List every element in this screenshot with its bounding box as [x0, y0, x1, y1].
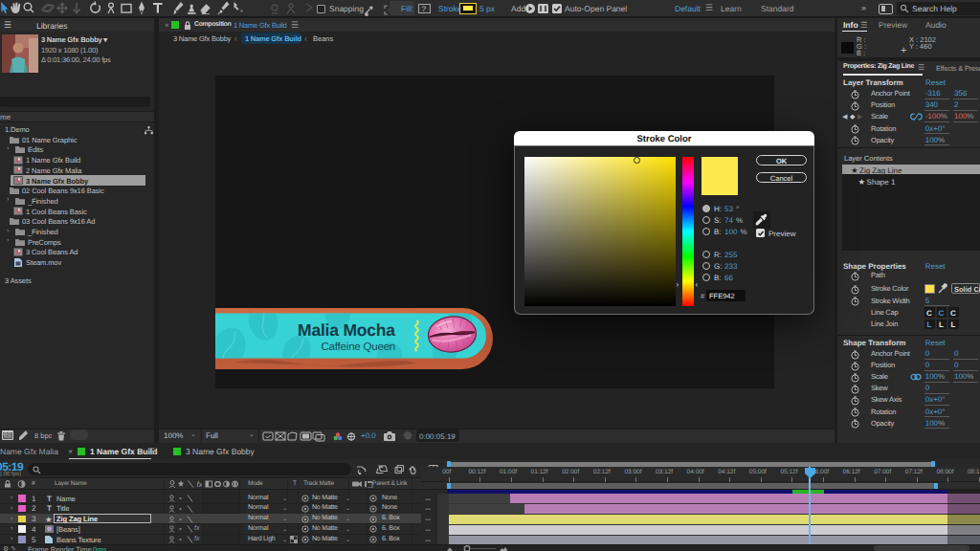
svg-text:Caffeine Queen: Caffeine Queen [322, 342, 396, 353]
svg-text:Malia Mocha: Malia Mocha [298, 320, 395, 339]
